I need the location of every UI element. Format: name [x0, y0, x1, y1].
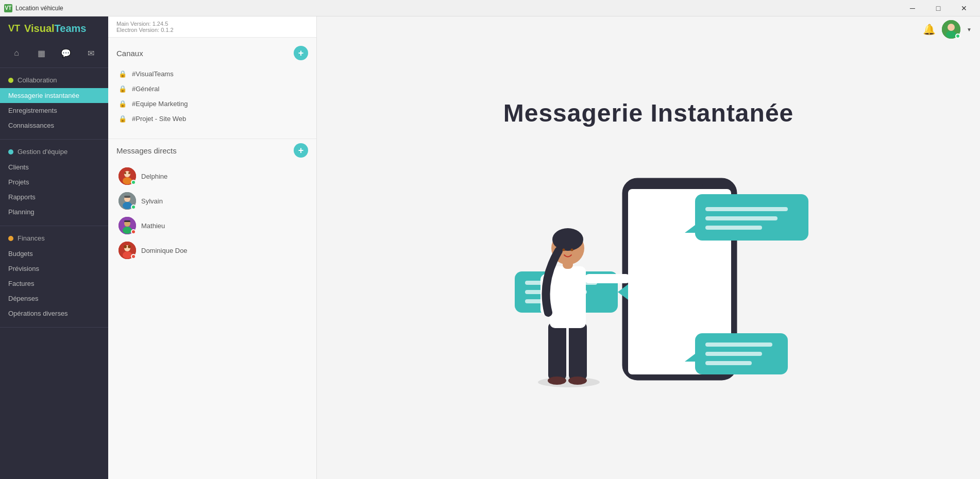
- dm-header: Messages directs +: [116, 143, 308, 158]
- svg-point-43: [568, 377, 587, 385]
- svg-rect-8: [124, 196, 130, 198]
- version-electron: Electron Version: 0.1.2: [116, 27, 308, 33]
- divider: [108, 139, 316, 139]
- avatar-delphine: [119, 167, 136, 185]
- app-icon: VT: [4, 4, 12, 12]
- svg-rect-41: [569, 323, 587, 380]
- close-button[interactable]: ✕: [952, 0, 976, 16]
- logo-teams: Teams: [55, 23, 87, 34]
- svg-point-39: [538, 377, 600, 387]
- dm-delphine-label: Delphine: [141, 173, 167, 180]
- rapports-label: Rapports: [8, 193, 36, 201]
- sidebar-item-factures[interactable]: Factures: [0, 276, 108, 291]
- status-sylvain: [131, 204, 136, 210]
- svg-point-3: [124, 172, 126, 174]
- connaissances-label: Connaissances: [8, 122, 54, 129]
- finances-label: Finances: [18, 234, 45, 242]
- sidebar-nav-icons: ⌂ ▦ 💬 ✉: [0, 41, 108, 68]
- main-title: Messagerie Instantanée: [503, 99, 794, 127]
- add-dm-button[interactable]: +: [294, 143, 308, 158]
- sidebar-item-operations[interactable]: Opérations diverses: [0, 306, 108, 321]
- lock-icon-3: 🔒: [119, 100, 127, 108]
- svg-rect-27: [705, 216, 778, 220]
- bell-icon[interactable]: 🔔: [923, 23, 936, 36]
- svg-point-17: [128, 245, 131, 248]
- home-icon[interactable]: ⌂: [8, 45, 25, 61]
- sidebar-item-messagerie[interactable]: Messagerie instantanée: [0, 88, 108, 103]
- channel-projet[interactable]: 🔒 #Projet - Site Web: [116, 111, 308, 126]
- logo: VT VisualTeams: [0, 16, 108, 41]
- dm-sylvain[interactable]: Sylvain: [116, 189, 308, 213]
- sidebar-item-clients[interactable]: Clients: [0, 160, 108, 175]
- gestion-header: Gestion d'équipe: [0, 146, 108, 160]
- status-delphine: [131, 180, 136, 185]
- channels-section: Canaux + 🔒 #VisualTeams 🔒 #Général 🔒 #Eq…: [108, 38, 316, 134]
- sidebar-item-planning[interactable]: Planning: [0, 204, 108, 219]
- chat-icon[interactable]: 💬: [58, 45, 74, 61]
- svg-point-7: [123, 202, 132, 209]
- logo-text: VisualTeams: [24, 23, 86, 35]
- dm-dominique[interactable]: Dominique Doe: [116, 238, 308, 263]
- user-dropdown-arrow[interactable]: ▼: [967, 27, 972, 32]
- app-title: Location véhicule: [15, 5, 63, 12]
- version-main: Main Version: 1.24.5: [116, 21, 308, 27]
- app-body: VT VisualTeams ⌂ ▦ 💬 ✉ Collaboration Mes…: [0, 16, 980, 479]
- svg-point-15: [123, 251, 132, 259]
- channel-marketing[interactable]: 🔒 #Equipe Marketing: [116, 96, 308, 111]
- middle-panel: Main Version: 1.24.5 Electron Version: 0…: [108, 16, 317, 479]
- sidebar-item-rapports[interactable]: Rapports: [0, 190, 108, 204]
- version-bar: Main Version: 1.24.5 Electron Version: 0…: [108, 16, 316, 38]
- depenses-label: Dépenses: [8, 295, 39, 302]
- user-avatar[interactable]: [942, 20, 960, 39]
- svg-rect-36: [705, 343, 772, 347]
- sidebar-item-connaissances[interactable]: Connaissances: [0, 118, 108, 133]
- svg-point-20: [946, 31, 956, 38]
- svg-rect-40: [548, 323, 566, 380]
- svg-rect-23: [656, 182, 703, 189]
- avatar-dominique: [119, 242, 136, 259]
- dm-dominique-label: Dominique Doe: [141, 247, 188, 254]
- titlebar-left: VT Location véhicule: [4, 4, 63, 12]
- illustration: [474, 148, 824, 397]
- lock-icon-2: 🔒: [119, 85, 127, 93]
- titlebar: VT Location véhicule ─ □ ✕: [0, 0, 980, 16]
- finances-header: Finances: [0, 232, 108, 246]
- dm-sylvain-label: Sylvain: [141, 197, 163, 205]
- svg-rect-44: [550, 266, 586, 328]
- svg-point-11: [123, 227, 132, 234]
- svg-point-4: [128, 172, 130, 174]
- channel-visualteams[interactable]: 🔒 #VisualTeams: [116, 66, 308, 81]
- svg-rect-26: [705, 207, 788, 211]
- sidebar-item-enregistrements[interactable]: Enregistrements: [0, 103, 108, 118]
- enregistrements-label: Enregistrements: [8, 107, 57, 114]
- collaboration-dot: [8, 78, 13, 83]
- minimize-button[interactable]: ─: [901, 0, 924, 16]
- sidebar-item-projets[interactable]: Projets: [0, 175, 108, 190]
- collaboration-section: Collaboration Messagerie instantanée Enr…: [0, 68, 108, 140]
- channel-general[interactable]: 🔒 #Général: [116, 81, 308, 96]
- sidebar-item-depenses[interactable]: Dépenses: [0, 291, 108, 306]
- svg-point-19: [948, 24, 955, 31]
- dm-delphine[interactable]: Delphine: [116, 164, 308, 189]
- status-dominique: [131, 254, 136, 259]
- sidebar-item-budgets[interactable]: Budgets: [0, 246, 108, 261]
- projets-label: Projets: [8, 178, 29, 186]
- finances-dot: [8, 236, 13, 241]
- dm-mathieu[interactable]: Mathieu: [116, 213, 308, 238]
- svg-rect-12: [124, 220, 130, 222]
- previsions-label: Prévisions: [8, 265, 39, 272]
- add-channel-button[interactable]: +: [294, 46, 308, 60]
- sidebar-item-previsions[interactable]: Prévisions: [0, 261, 108, 276]
- clients-label: Clients: [8, 163, 29, 171]
- sidebar: VT VisualTeams ⌂ ▦ 💬 ✉ Collaboration Mes…: [0, 16, 108, 479]
- budgets-label: Budgets: [8, 250, 33, 258]
- calendar-icon[interactable]: ▦: [33, 45, 49, 61]
- gestion-label: Gestion d'équipe: [18, 148, 67, 156]
- status-mathieu: [131, 229, 136, 234]
- avatar-mathieu: [119, 217, 136, 234]
- main-illustration: Messagerie Instantanée: [474, 99, 824, 397]
- message-icon[interactable]: ✉: [82, 45, 99, 61]
- svg-point-50: [562, 248, 565, 251]
- maximize-button[interactable]: □: [926, 0, 950, 16]
- messaging-illustration: [474, 148, 824, 395]
